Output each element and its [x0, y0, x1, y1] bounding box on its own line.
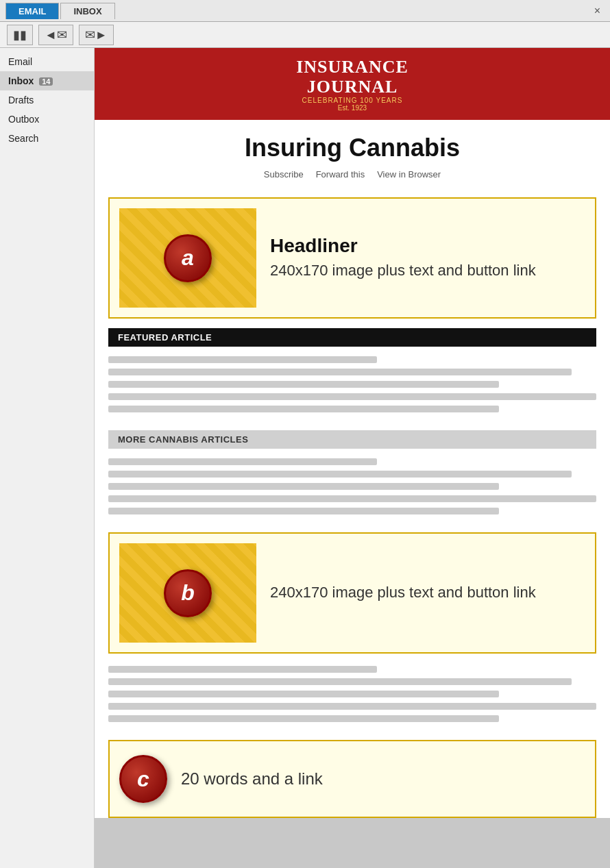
sidebar-item-outbox[interactable]: Outbox: [0, 110, 94, 129]
view-in-browser-link[interactable]: View in Browser: [377, 169, 441, 179]
email-action-links: Subscribe Forward this View in Browser: [108, 169, 596, 179]
ad-block-c[interactable]: c 20 words and a link: [108, 740, 596, 818]
forward-icon: ✉►: [85, 27, 108, 42]
sidebar-item-inbox[interactable]: Inbox 14: [0, 71, 94, 90]
tab-group: EMAIL INBOX: [5, 3, 115, 19]
text-line: [108, 715, 499, 722]
ad-a-text: Headliner 240x170 image plus text and bu…: [270, 235, 536, 281]
main-layout: Email Inbox 14 Drafts Outbox Search INSU…: [0, 48, 610, 868]
ad-a-badge: a: [164, 234, 212, 282]
ad-c-badge: c: [119, 755, 167, 803]
text-line: [108, 458, 377, 465]
logo-celebrating: CELEBRATING 100 YEARS: [95, 97, 610, 104]
extra-text-lines: [108, 663, 596, 730]
forward-button[interactable]: ✉►: [79, 25, 114, 45]
new-email-button[interactable]: ▮▮: [7, 25, 33, 45]
email-title: Insuring Cannabis: [108, 134, 596, 162]
email-title-section: Insuring Cannabis Subscribe Forward this…: [95, 120, 610, 190]
new-email-icon: ▮▮: [13, 27, 27, 42]
subscribe-link[interactable]: Subscribe: [264, 169, 304, 179]
email-body: Insuring Cannabis Subscribe Forward this…: [95, 120, 610, 818]
text-line: [108, 691, 499, 697]
text-line: [108, 483, 499, 490]
text-line: [108, 406, 499, 412]
logo-line2: JOURNAL: [95, 77, 610, 97]
email-header-banner: INSURANCE JOURNAL CELEBRATING 100 YEARS …: [95, 48, 610, 120]
close-button[interactable]: ×: [590, 3, 605, 18]
toolbar: ▮▮ ◄✉ ✉►: [0, 22, 610, 48]
inbox-label: Inbox: [8, 75, 34, 86]
email-wrapper: INSURANCE JOURNAL CELEBRATING 100 YEARS …: [95, 48, 610, 818]
ad-b-image: b: [119, 543, 256, 643]
text-line: [108, 703, 596, 710]
text-line: [108, 356, 377, 363]
content-area[interactable]: INSURANCE JOURNAL CELEBRATING 100 YEARS …: [95, 48, 610, 868]
inbox-badge: 14: [39, 77, 53, 86]
tab-inbox[interactable]: INBOX: [60, 3, 114, 19]
logo-est: Est. 1923: [95, 104, 610, 112]
featured-article-text: [108, 354, 596, 421]
sidebar-item-drafts[interactable]: Drafts: [0, 90, 94, 110]
text-line: [108, 508, 499, 514]
tab-email[interactable]: EMAIL: [5, 3, 59, 19]
ad-a-description: 240x170 image plus text and button link: [270, 261, 536, 281]
more-cannabis-header: MORE CANNABIS ARTICLES: [108, 430, 596, 449]
ad-block-a[interactable]: a Headliner 240x170 image plus text and …: [108, 197, 596, 319]
reply-icon: ◄✉: [45, 27, 67, 42]
sidebar: Email Inbox 14 Drafts Outbox Search: [0, 48, 95, 868]
text-line: [108, 369, 572, 375]
reply-button[interactable]: ◄✉: [38, 25, 73, 45]
ad-b-badge: b: [164, 569, 212, 617]
text-line: [108, 381, 499, 388]
text-line: [108, 666, 377, 673]
more-cannabis-text: [108, 456, 596, 523]
forward-link[interactable]: Forward this: [316, 169, 365, 179]
sidebar-item-email[interactable]: Email: [0, 52, 94, 71]
logo-line1: INSURANCE: [95, 58, 610, 77]
text-line: [108, 393, 596, 400]
ad-a-headline: Headliner: [270, 235, 536, 257]
top-bar: EMAIL INBOX ×: [0, 0, 610, 22]
ad-a-image: a: [119, 208, 256, 308]
text-line: [108, 495, 596, 502]
text-line: [108, 678, 572, 685]
sidebar-item-search[interactable]: Search: [0, 129, 94, 148]
ad-b-description: 240x170 image plus text and button link: [270, 583, 536, 603]
ad-block-b[interactable]: b 240x170 image plus text and button lin…: [108, 532, 596, 654]
text-line: [108, 471, 572, 478]
ad-b-text: 240x170 image plus text and button link: [270, 583, 536, 603]
ad-c-description: 20 words and a link: [181, 769, 323, 789]
featured-article-header: FEATURED ARTICLE: [108, 328, 596, 347]
